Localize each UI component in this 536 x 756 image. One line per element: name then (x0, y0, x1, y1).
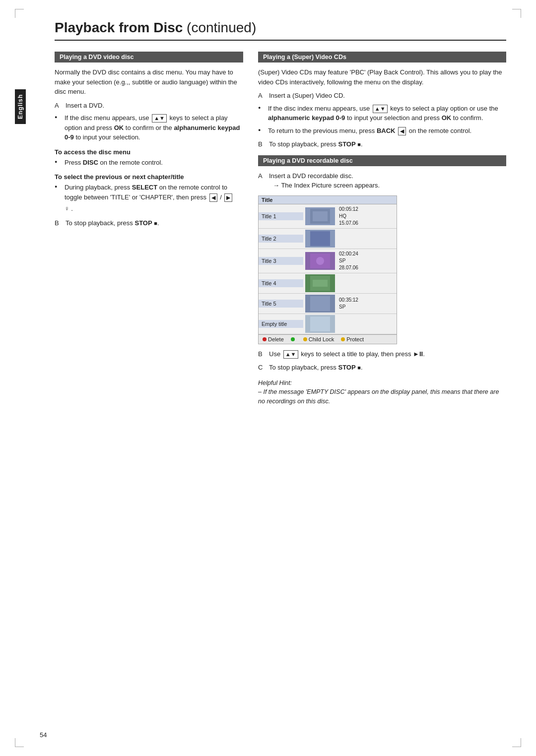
bullet-press-disc: ● Press DISC on the remote control. (55, 158, 243, 168)
sub-heading-prev-next: To select the previous or next chapter/t… (55, 173, 243, 181)
green-dot (291, 337, 295, 341)
step-b-right2: B Use ▲▼ keys to select a title to play,… (258, 349, 506, 359)
table-row: Title 4 (259, 273, 397, 294)
thumb-title2 (305, 230, 335, 248)
stop2-icon: ■ (357, 141, 361, 147)
thumb-image2 (310, 231, 330, 246)
thumb-image1 (310, 209, 330, 224)
table-row: Title 3 02:00:24SP28.07.06 (259, 249, 397, 273)
step-a-left: A Insert a DVD. (55, 101, 243, 111)
right-section1-header: Playing a (Super) Video CDs (258, 52, 506, 63)
step-b-left: B To stop playback, press STOP ■. (55, 218, 243, 228)
nav-keys-icon: ▲▼ (152, 114, 167, 123)
thumb-title5 (305, 295, 335, 313)
thumb-title1 (305, 207, 335, 225)
index-picture-arrow: → The Index Picture screen appears. (273, 182, 380, 189)
page-title: Playback from Disc (continued) (55, 20, 506, 41)
bullet-back-menu: ● To return to the previous menu, press … (258, 126, 506, 136)
thumb-title4 (305, 274, 335, 292)
right-section1-intro: (Super) Video CDs may feature 'PBC' (Pla… (258, 67, 506, 87)
svg-rect-6 (313, 280, 328, 287)
thumb-title3 (305, 252, 335, 270)
prev-key-icon: ◀ (209, 193, 217, 202)
svg-point-4 (316, 257, 324, 265)
thumb-image5 (310, 296, 330, 311)
table-row: Empty title (259, 314, 397, 334)
helpful-hint-text: – If the message 'EMPTY DISC' appears on… (258, 388, 499, 405)
helpful-hint-title: Helpful Hint: (258, 379, 292, 386)
thumb-empty (305, 315, 335, 333)
table-row: Title 2 (259, 229, 397, 249)
nav-keys2-icon: ▲▼ (373, 105, 388, 113)
next-key-icon: ▶ (224, 193, 232, 202)
index-table-header: Title (259, 196, 397, 204)
bullet-index-menu: ● If the disc index menu appears, use ▲▼… (258, 104, 506, 123)
back-key-icon: ◀ (398, 127, 406, 135)
bullet-disc-menu: ● If the disc menu appears, use ▲▼ keys … (55, 113, 243, 142)
index-table-footer: Delete Child Lock Protect (259, 334, 397, 344)
right-column: Playing a (Super) Video CDs (Super) Vide… (258, 52, 506, 406)
svg-rect-1 (313, 211, 328, 221)
bullet-select-chapter: ● During playback, press SELECT on the r… (55, 183, 243, 202)
page-number: 54 (40, 731, 47, 739)
svg-rect-7 (310, 296, 330, 311)
left-intro-text: Normally the DVD disc contains a disc me… (55, 67, 243, 97)
thumb-image-empty (310, 316, 330, 331)
sub-heading-disc-menu: To access the disc menu (55, 148, 243, 156)
stop3-icon: ■ (357, 365, 361, 371)
delete-dot (263, 337, 267, 341)
step-b-right1: B To stop playback, press STOP ■. (258, 139, 506, 149)
table-row: Title 1 00:05:12HQ15.07.06 (259, 204, 397, 229)
stop-icon: ■ (154, 220, 157, 226)
childlock-dot (303, 337, 307, 341)
protect-dot (341, 337, 345, 341)
svg-rect-8 (310, 316, 330, 331)
sub2-extra: ♀ . (65, 205, 243, 212)
left-section-header: Playing a DVD video disc (55, 52, 243, 63)
step-a-right1: A Insert a (Super) Video CD. (258, 91, 506, 101)
index-table: Title Title 1 00:05:12HQ15.07.06 Title 2 (258, 195, 397, 344)
nav-keys3-icon: ▲▼ (283, 350, 298, 359)
helpful-hint: Helpful Hint: – If the message 'EMPTY DI… (258, 378, 506, 406)
table-row: Title 5 00:35:12SP (259, 294, 397, 314)
thumb-image4 (310, 276, 330, 291)
thumb-image3 (310, 253, 330, 268)
step-c-right2: C To stop playback, press STOP ■. (258, 363, 506, 373)
right-section2-header: Playing a DVD recordable disc (258, 155, 506, 166)
left-column: Playing a DVD video disc Normally the DV… (55, 52, 243, 406)
step-a-right2: A Insert a DVD recordable disc. → The In… (258, 171, 506, 190)
svg-rect-2 (310, 231, 330, 246)
